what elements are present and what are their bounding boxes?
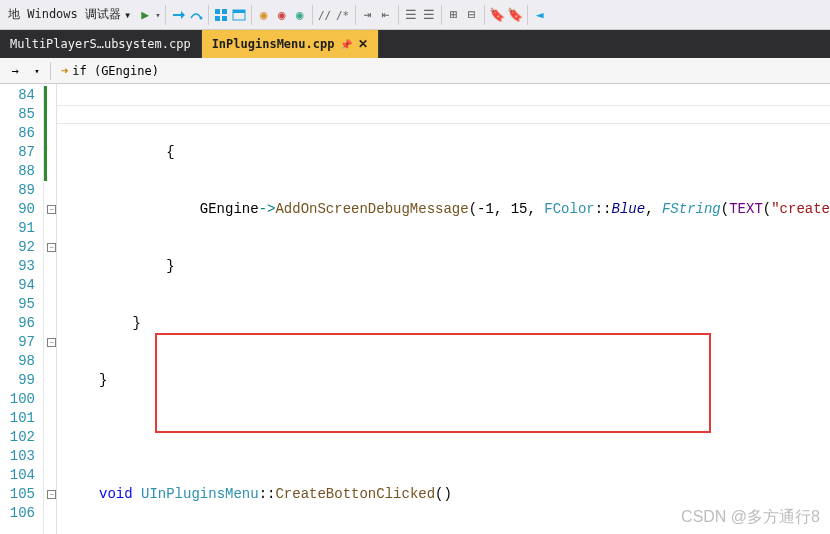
nav-separator	[50, 62, 51, 80]
toolbar-separator	[251, 5, 252, 25]
svg-rect-3	[215, 9, 220, 14]
fold-toggle[interactable]: −	[47, 333, 56, 352]
outdent-icon[interactable]: ⇤	[378, 7, 394, 23]
expand-icon[interactable]: ⊞	[446, 7, 462, 23]
toolbar-separator	[208, 5, 209, 25]
line-number: 85	[4, 105, 35, 124]
fold-toggle[interactable]: −	[47, 200, 56, 219]
step-over-icon[interactable]	[188, 7, 204, 23]
line-number: 98	[4, 352, 35, 371]
nav-back-icon[interactable]: ◄	[532, 7, 548, 23]
svg-text:/*: /*	[336, 9, 349, 22]
line-number: 91	[4, 219, 35, 238]
fold-toggle[interactable]: −	[47, 238, 56, 257]
list-icon[interactable]: ☰	[403, 7, 419, 23]
svg-rect-4	[222, 9, 227, 14]
line-number: 103	[4, 447, 35, 466]
line-number: 104	[4, 466, 35, 485]
toolbar-separator	[398, 5, 399, 25]
dot2-icon[interactable]: ◉	[274, 7, 290, 23]
dot1-icon[interactable]: ◉	[256, 7, 272, 23]
line-number: 101	[4, 409, 35, 428]
code-line: GEngine->AddOnScreenDebugMessage(-1, 15,…	[65, 200, 830, 219]
toolbar-separator	[484, 5, 485, 25]
uncomment-icon[interactable]: /*	[335, 7, 351, 23]
debugger-dropdown[interactable]: 地 Windows 调试器 ▾	[4, 4, 135, 25]
svg-rect-6	[222, 16, 227, 21]
play-icon[interactable]: ▶	[137, 7, 153, 23]
svg-rect-8	[233, 10, 245, 13]
line-number: 94	[4, 276, 35, 295]
line-number: 87	[4, 143, 35, 162]
line-number: 102	[4, 428, 35, 447]
svg-marker-1	[181, 11, 185, 19]
main-toolbar: 地 Windows 调试器 ▾ ▶ ▾ ◉ ◉ ◉ // /* ⇥ ⇤ ☰ ☰ …	[0, 0, 830, 30]
line-number: 86	[4, 124, 35, 143]
line-number: 92	[4, 238, 35, 257]
toolbar-separator	[165, 5, 166, 25]
arrow-icon: ➜	[61, 64, 68, 78]
nav-arrow-icon[interactable]: →	[6, 62, 24, 80]
toolbar-separator	[312, 5, 313, 25]
toolbar-separator	[527, 5, 528, 25]
code-editor[interactable]: 84 85 86 87 88 89 90 91 92 93 94 95 96 9…	[0, 84, 830, 534]
line-number: 106	[4, 504, 35, 523]
list2-icon[interactable]: ☰	[421, 7, 437, 23]
code-area[interactable]: { GEngine->AddOnScreenDebugMessage(-1, 1…	[57, 84, 830, 534]
line-number: 100	[4, 390, 35, 409]
line-number: 99	[4, 371, 35, 390]
svg-point-2	[199, 16, 202, 19]
code-line: {	[65, 143, 830, 162]
toolbar-separator	[441, 5, 442, 25]
navigation-bar: → ▾ ➜ if (GEngine)	[0, 58, 830, 84]
scope-dropdown[interactable]: ➜ if (GEngine)	[55, 62, 165, 80]
line-number: 96	[4, 314, 35, 333]
bookmark-icon[interactable]: 🔖	[489, 7, 505, 23]
fold-column: − − − −	[47, 84, 57, 534]
current-line-highlight	[57, 105, 830, 124]
tab-inpluginsmenu[interactable]: InPluginsMenu.cpp 📌 ✕	[202, 30, 380, 58]
bookmark2-icon[interactable]: 🔖	[507, 7, 523, 23]
window-icon[interactable]	[231, 7, 247, 23]
line-number: 97	[4, 333, 35, 352]
chevron-down-icon[interactable]: ▾	[155, 10, 160, 20]
line-number: 95	[4, 295, 35, 314]
line-number-gutter: 84 85 86 87 88 89 90 91 92 93 94 95 96 9…	[0, 84, 44, 534]
dot3-icon[interactable]: ◉	[292, 7, 308, 23]
tab-label: MultiPlayerS…ubsystem.cpp	[10, 37, 191, 51]
tab-bar: MultiPlayerS…ubsystem.cpp InPluginsMenu.…	[0, 30, 830, 58]
line-number: 89	[4, 181, 35, 200]
tab-label: InPluginsMenu.cpp	[212, 37, 335, 51]
close-icon[interactable]: ✕	[358, 37, 368, 51]
code-line: }	[65, 257, 830, 276]
code-line: }	[65, 314, 830, 333]
fold-toggle[interactable]: −	[47, 485, 56, 504]
code-line: void UInPluginsMenu::CreateBottonClicked…	[65, 485, 830, 504]
collapse-icon[interactable]: ⊟	[464, 7, 480, 23]
comment-icon[interactable]: //	[317, 7, 333, 23]
code-line	[65, 428, 830, 447]
toolbar-separator	[355, 5, 356, 25]
line-number: 88	[4, 162, 35, 181]
svg-rect-5	[215, 16, 220, 21]
debugger-label: 地 Windows 调试器	[8, 6, 121, 23]
chevron-down-icon: ▾	[124, 8, 131, 22]
scope-text: if (GEngine)	[72, 64, 159, 78]
pin-icon[interactable]: 📌	[340, 39, 352, 50]
indent-icon[interactable]: ⇥	[360, 7, 376, 23]
line-number: 90	[4, 200, 35, 219]
chevron-down-icon[interactable]: ▾	[28, 62, 46, 80]
code-line: }	[65, 371, 830, 390]
line-number: 105	[4, 485, 35, 504]
line-number: 84	[4, 86, 35, 105]
line-number: 93	[4, 257, 35, 276]
step-icon[interactable]	[170, 7, 186, 23]
svg-text://: //	[318, 9, 331, 22]
tab-multiplayersubsystem[interactable]: MultiPlayerS…ubsystem.cpp	[0, 30, 202, 58]
grid-icon[interactable]	[213, 7, 229, 23]
